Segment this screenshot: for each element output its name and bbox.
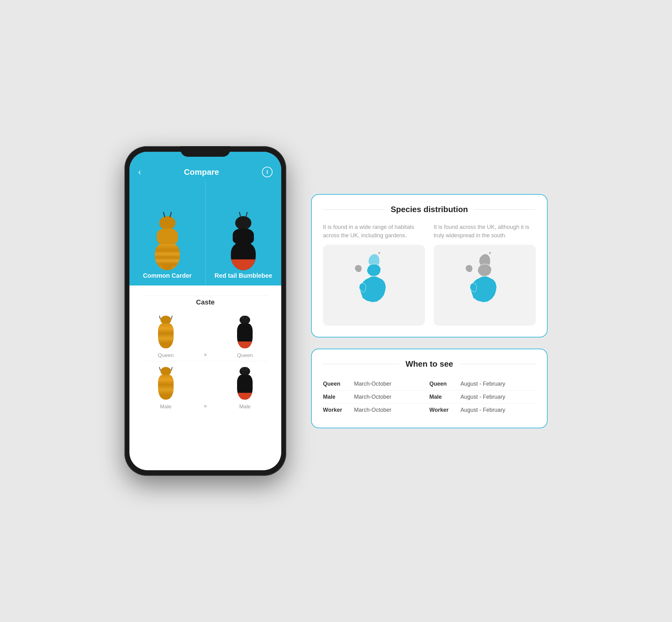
caste-dot-divider-2 <box>204 405 207 407</box>
caste-queen-row: Queen Queen <box>136 313 275 358</box>
when-dates-worker-2: August - February <box>461 407 536 413</box>
uk-map-2 <box>453 251 516 319</box>
redtail-bee-thorax <box>233 229 254 244</box>
caste-item-carder-queen: Queen <box>157 316 175 358</box>
distribution-grid: It is found in a wide range of habitats … <box>323 223 536 325</box>
mini-redtail-male-head <box>240 367 250 376</box>
caste-dot-divider <box>204 354 207 356</box>
when-cols: Queen March-October Male March-October W… <box>323 378 536 416</box>
map-container-2 <box>434 245 536 325</box>
when-card: When to see Queen March-October Male Mar… <box>311 349 547 428</box>
carder-bee-abdomen <box>155 242 180 270</box>
when-card-title: When to see <box>405 359 453 369</box>
right-panel: Species distribution It is found in a wi… <box>311 194 547 428</box>
mini-carder-male-head <box>161 367 171 376</box>
header-line-right <box>474 209 536 210</box>
caste-male-row: Male Male <box>136 364 275 410</box>
mini-carder-male-body <box>158 375 174 400</box>
map-container-1 <box>323 245 425 325</box>
bee-panel-carder: Common Carder <box>129 181 206 285</box>
bee-comparison: Common Carder <box>129 181 281 285</box>
carder-bee-illustration <box>154 216 181 269</box>
dist-col-2: It is found across the UK, although it i… <box>434 223 536 325</box>
caste-item-carder-male: Male <box>157 367 175 410</box>
redtail-bee-body <box>229 216 257 269</box>
when-dates-worker-1: March-October <box>354 407 429 413</box>
when-card-header: When to see <box>323 359 536 369</box>
dist-text-1: It is found in a wide range of habitats … <box>323 223 425 240</box>
caste-item-redtail-male: Male <box>236 367 254 410</box>
dist-text-2: It is found across the UK, although it i… <box>434 223 536 240</box>
caste-item-redtail-queen: Queen <box>236 316 254 358</box>
carder-bee-label: Common Carder <box>143 272 192 279</box>
when-row-worker-1: Worker March-October <box>323 404 429 416</box>
when-row-male-1: Male March-October <box>323 391 429 404</box>
separator-mid <box>142 361 269 361</box>
carder-bee-thorax <box>157 229 178 244</box>
scene: ‹ Compare i Common C <box>125 146 547 476</box>
caste-label-carder-queen: Queen <box>158 352 174 358</box>
mini-redtail-queen-body <box>237 323 253 348</box>
back-button[interactable]: ‹ <box>138 167 141 177</box>
phone-notch <box>180 146 230 157</box>
when-col-2: Queen August - February Male August - Fe… <box>429 378 536 416</box>
when-dates-male-1: March-October <box>354 394 429 400</box>
when-row-worker-2: Worker August - February <box>429 404 536 416</box>
when-caste-worker-1: Worker <box>323 407 354 413</box>
dist-col-1: It is found in a wide range of habitats … <box>323 223 425 325</box>
redtail-bee-tail <box>231 260 256 270</box>
mini-carder-queen-head <box>161 316 171 324</box>
mini-redtail-male-body <box>237 375 253 400</box>
phone-screen: ‹ Compare i Common C <box>129 152 281 470</box>
redtail-bee-label: Red tail Bumblebee <box>214 272 272 279</box>
when-header-line-right <box>460 364 536 364</box>
mini-redtail-male-tail <box>237 393 253 400</box>
when-caste-queen-2: Queen <box>429 381 461 387</box>
carder-bee-head <box>159 216 175 230</box>
distribution-card: Species distribution It is found in a wi… <box>311 194 547 338</box>
caste-label-redtail-queen: Queen <box>237 352 253 358</box>
carder-bee-body <box>154 216 181 269</box>
distribution-card-title: Species distribution <box>391 205 468 214</box>
distribution-card-header: Species distribution <box>323 205 536 214</box>
mini-redtail-queen <box>236 316 254 350</box>
when-dates-queen-1: March-October <box>354 381 429 387</box>
when-caste-male-2: Male <box>429 394 461 400</box>
header-line-left <box>323 209 384 210</box>
page-title: Compare <box>184 167 219 177</box>
when-dates-queen-2: August - February <box>461 381 536 387</box>
mini-redtail-queen-head <box>240 316 250 324</box>
caste-section-title: Caste <box>136 298 275 306</box>
when-row-queen-1: Queen March-October <box>323 378 429 391</box>
when-caste-queen-1: Queen <box>323 381 354 387</box>
info-button[interactable]: i <box>262 167 272 177</box>
mini-redtail-queen-tail <box>237 342 253 348</box>
redtail-bee-illustration <box>229 216 257 269</box>
when-row-male-2: Male August - February <box>429 391 536 404</box>
app-header: ‹ Compare i Common C <box>129 152 281 285</box>
when-caste-male-1: Male <box>323 394 354 400</box>
when-row-queen-2: Queen August - February <box>429 378 536 391</box>
mini-redtail-male <box>236 367 254 401</box>
redtail-bee-abdomen <box>231 242 256 270</box>
mini-carder-male <box>157 367 175 401</box>
caste-label-redtail-male: Male <box>239 404 251 410</box>
uk-map-1 <box>343 251 405 319</box>
mini-carder-queen <box>157 316 175 350</box>
when-caste-worker-2: Worker <box>429 407 461 413</box>
mini-carder-queen-body <box>158 323 174 348</box>
bee-panel-redtail: Red tail Bumblebee <box>206 181 281 285</box>
separator-top <box>142 296 269 296</box>
when-header-line-left <box>323 364 399 364</box>
redtail-bee-head <box>235 216 251 230</box>
caste-label-carder-male: Male <box>160 404 171 410</box>
phone-device: ‹ Compare i Common C <box>125 146 286 476</box>
when-col-1: Queen March-October Male March-October W… <box>323 378 429 416</box>
app-content: Caste Queen <box>129 285 281 417</box>
when-dates-male-2: August - February <box>461 394 536 400</box>
